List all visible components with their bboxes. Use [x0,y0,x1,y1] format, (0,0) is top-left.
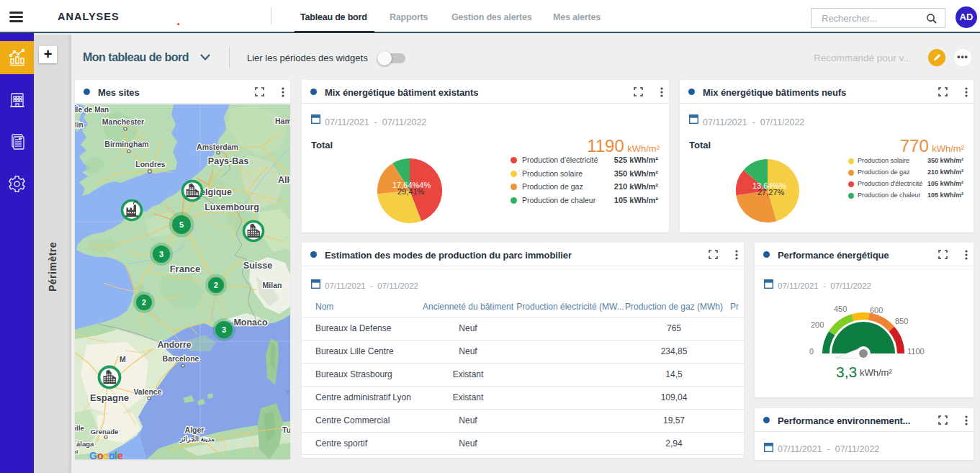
svg-text:Hambo: Hambo [275,117,290,125]
svg-text:Pays-Bas: Pays-Bas [208,156,248,166]
svg-text:France: France [170,263,201,274]
svg-text:2: 2 [214,281,218,289]
svg-text:M: M [120,355,126,364]
svg-text:Luxembourg: Luxembourg [204,202,259,212]
svg-text:Suisse: Suisse [243,261,272,271]
svg-text:Londres: Londres [135,160,166,168]
svg-text:Alger: Alger [185,425,204,434]
svg-text:Barcelone: Barcelone [163,354,199,363]
svg-text:3: 3 [159,250,163,258]
svg-text:مدينة الجزائر: مدينة الجزائر [179,436,215,443]
svg-text:Espagne: Espagne [90,392,129,403]
svg-text:bl: bl [75,449,78,455]
svg-text:elgique: elgique [200,187,232,197]
svg-text:Birmingham: Birmingham [104,140,148,148]
svg-text:Île de Man: Île de Man [75,105,109,114]
svg-text:lin: lin [75,121,84,129]
svg-text:Grenade: Grenade [91,428,119,436]
svg-text:Amsterdam: Amsterdam [197,143,238,151]
svg-text:Milan: Milan [263,281,282,289]
svg-text:Ty: Ty [286,389,290,396]
svg-text:2: 2 [142,298,146,307]
svg-text:3: 3 [222,325,226,334]
svg-text:G: G [89,450,97,459]
svg-text:Manchester: Manchester [102,117,144,126]
svg-text:álaga: álaga [76,440,94,448]
svg-text:e: e [117,450,123,459]
svg-text:Tun: Tun [282,425,290,434]
svg-text:Allem: Allem [278,175,290,185]
svg-text:Valence: Valence [133,387,161,396]
svg-text:rille: rille [75,424,84,432]
svg-text:5: 5 [179,220,184,229]
svg-text:Monaco: Monaco [233,317,268,328]
svg-text:Andorre: Andorre [158,340,192,350]
